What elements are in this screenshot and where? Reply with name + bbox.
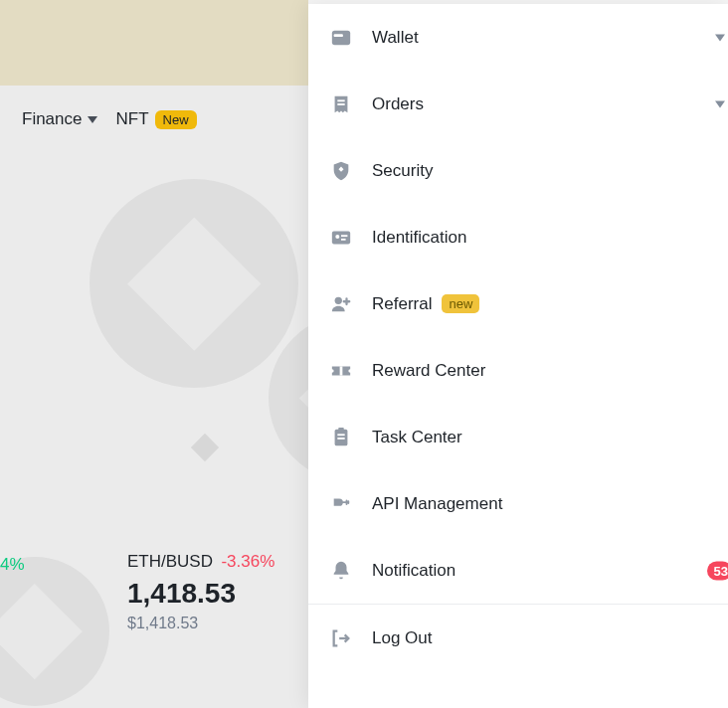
menu-api-management[interactable]: API Management: [308, 470, 728, 537]
shield-icon: [330, 160, 352, 182]
coin-decoration-large: [90, 179, 298, 388]
svg-rect-14: [337, 438, 344, 440]
referral-new-badge: new: [442, 294, 479, 313]
account-menu-panel: Wallet Orders Security Identification Re…: [308, 4, 728, 708]
ticket-icon: [330, 360, 352, 382]
menu-wallet[interactable]: Wallet: [308, 4, 728, 71]
coin-decoration-bottom: [0, 557, 109, 706]
diamond-decoration-small: [191, 434, 219, 461]
notification-count-badge: 53: [707, 561, 728, 580]
menu-log-out[interactable]: Log Out: [308, 605, 728, 671]
menu-log-out-label: Log Out: [372, 628, 433, 648]
menu-wallet-label: Wallet: [372, 28, 419, 48]
ticker-usd: $1,418.53: [127, 615, 274, 632]
menu-reward-center-label: Reward Center: [372, 361, 485, 381]
menu-security[interactable]: Security: [308, 137, 728, 204]
api-icon: [330, 493, 352, 515]
menu-api-management-label: API Management: [372, 494, 502, 514]
svg-rect-2: [337, 99, 344, 101]
svg-rect-1: [334, 34, 343, 37]
menu-security-label: Security: [372, 161, 433, 181]
bell-icon: [330, 560, 352, 582]
svg-rect-7: [341, 235, 347, 237]
svg-point-9: [335, 296, 342, 303]
wallet-icon: [330, 27, 352, 49]
svg-rect-3: [337, 103, 344, 105]
chevron-down-icon: [715, 100, 725, 107]
chevron-down-icon: [715, 34, 725, 41]
menu-referral-label: Referral: [372, 294, 432, 314]
nav-finance-label: Finance: [22, 109, 82, 129]
menu-notification[interactable]: Notification 53: [308, 537, 728, 604]
clipboard-icon: [330, 427, 352, 448]
chevron-down-icon: [88, 116, 97, 123]
menu-reward-center[interactable]: Reward Center: [308, 337, 728, 404]
menu-identification[interactable]: Identification: [308, 204, 728, 270]
background-left: Finance NFT New 4% ETH/BUSD -3.36% 1,418…: [0, 0, 308, 708]
nav-row: Finance NFT New: [22, 109, 197, 129]
top-banner-strip: [0, 0, 308, 86]
ticker-block[interactable]: ETH/BUSD -3.36% 1,418.53 $1,418.53: [127, 552, 274, 632]
nav-finance[interactable]: Finance: [22, 109, 97, 129]
id-card-icon: [330, 227, 352, 249]
svg-rect-10: [340, 366, 343, 375]
svg-rect-8: [341, 238, 346, 240]
menu-referral[interactable]: Referral new: [308, 270, 728, 337]
menu-identification-label: Identification: [372, 228, 466, 248]
menu-task-center[interactable]: Task Center: [308, 404, 728, 470]
ticker-change-left: 4%: [0, 555, 25, 575]
svg-rect-5: [332, 231, 350, 244]
menu-orders[interactable]: Orders: [308, 71, 728, 137]
ticker-price: 1,418.53: [127, 578, 274, 610]
logout-icon: [330, 627, 352, 649]
menu-orders-label: Orders: [372, 94, 424, 114]
menu-notification-label: Notification: [372, 561, 455, 581]
ticker-pair: ETH/BUSD: [127, 552, 213, 571]
nav-nft-label: NFT: [115, 109, 148, 129]
svg-rect-13: [337, 434, 344, 436]
menu-task-center-label: Task Center: [372, 428, 462, 447]
nft-new-badge: New: [155, 110, 197, 129]
svg-rect-12: [338, 427, 344, 431]
svg-point-6: [335, 235, 339, 239]
referral-icon: [330, 293, 352, 315]
nav-nft[interactable]: NFT New: [115, 109, 196, 129]
ticker-change: -3.36%: [221, 552, 274, 571]
orders-icon: [330, 93, 352, 115]
svg-rect-0: [332, 30, 350, 45]
